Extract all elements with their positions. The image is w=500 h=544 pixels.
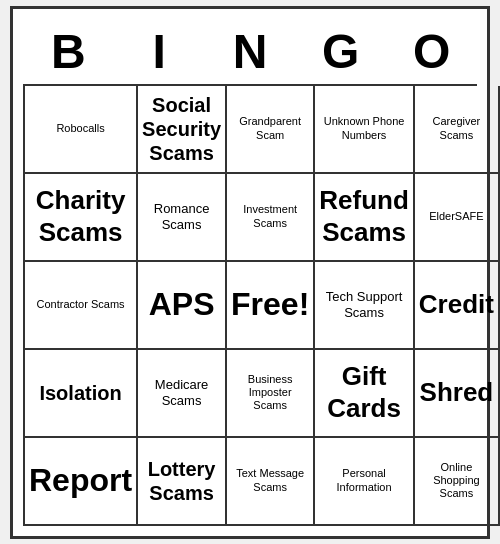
bingo-cell-1[interactable]: Social Security Scams bbox=[138, 86, 227, 174]
bingo-cell-20[interactable]: Report bbox=[25, 438, 138, 526]
bingo-cell-13[interactable]: Tech Support Scams bbox=[315, 262, 415, 350]
bingo-cell-text-7: Investment Scams bbox=[231, 203, 309, 229]
bingo-cell-text-14: Credit bbox=[419, 289, 494, 320]
bingo-cell-9[interactable]: ElderSAFE bbox=[415, 174, 500, 262]
bingo-cell-23[interactable]: Personal Information bbox=[315, 438, 415, 526]
bingo-cell-text-0: Robocalls bbox=[56, 122, 104, 135]
bingo-cell-5[interactable]: Charity Scams bbox=[25, 174, 138, 262]
bingo-cell-22[interactable]: Text Message Scams bbox=[227, 438, 315, 526]
bingo-cell-text-9: ElderSAFE bbox=[429, 210, 483, 223]
bingo-cell-text-4: Caregiver Scams bbox=[419, 115, 494, 141]
bingo-card: BINGO RobocallsSocial Security ScamsGran… bbox=[10, 6, 490, 539]
bingo-cell-text-24: Online Shopping Scams bbox=[419, 461, 494, 501]
bingo-cell-text-15: Isolation bbox=[39, 381, 121, 405]
bingo-cell-10[interactable]: Contractor Scams bbox=[25, 262, 138, 350]
bingo-cell-text-23: Personal Information bbox=[319, 467, 409, 493]
bingo-letter-g: G bbox=[295, 19, 386, 84]
bingo-cell-text-2: Grandparent Scam bbox=[231, 115, 309, 141]
bingo-cell-text-22: Text Message Scams bbox=[231, 467, 309, 493]
bingo-cell-text-11: APS bbox=[149, 285, 215, 323]
bingo-cell-text-19: Shred bbox=[420, 377, 494, 408]
bingo-cell-text-13: Tech Support Scams bbox=[319, 289, 409, 320]
bingo-letter-n: N bbox=[205, 19, 296, 84]
bingo-cell-21[interactable]: Lottery Scams bbox=[138, 438, 227, 526]
bingo-letter-o: O bbox=[386, 19, 477, 84]
bingo-cell-text-12: Free! bbox=[231, 285, 309, 323]
bingo-cell-text-6: Romance Scams bbox=[142, 201, 221, 232]
bingo-header: BINGO bbox=[23, 19, 477, 84]
bingo-cell-12[interactable]: Free! bbox=[227, 262, 315, 350]
bingo-cell-4[interactable]: Caregiver Scams bbox=[415, 86, 500, 174]
bingo-cell-text-18: Gift Cards bbox=[319, 361, 409, 423]
bingo-cell-text-8: Refund Scams bbox=[319, 185, 409, 247]
bingo-cell-text-16: Medicare Scams bbox=[142, 377, 221, 408]
bingo-cell-16[interactable]: Medicare Scams bbox=[138, 350, 227, 438]
bingo-cell-text-3: Unknown Phone Numbers bbox=[319, 115, 409, 141]
bingo-cell-text-17: Business Imposter Scams bbox=[231, 373, 309, 413]
bingo-cell-19[interactable]: Shred bbox=[415, 350, 500, 438]
bingo-cell-text-10: Contractor Scams bbox=[37, 298, 125, 311]
bingo-cell-8[interactable]: Refund Scams bbox=[315, 174, 415, 262]
bingo-letter-i: I bbox=[114, 19, 205, 84]
bingo-cell-15[interactable]: Isolation bbox=[25, 350, 138, 438]
bingo-cell-24[interactable]: Online Shopping Scams bbox=[415, 438, 500, 526]
bingo-cell-text-5: Charity Scams bbox=[29, 185, 132, 247]
bingo-cell-7[interactable]: Investment Scams bbox=[227, 174, 315, 262]
bingo-cell-text-1: Social Security Scams bbox=[142, 93, 221, 165]
bingo-cell-11[interactable]: APS bbox=[138, 262, 227, 350]
bingo-cell-text-20: Report bbox=[29, 461, 132, 499]
bingo-cell-6[interactable]: Romance Scams bbox=[138, 174, 227, 262]
bingo-cell-14[interactable]: Credit bbox=[415, 262, 500, 350]
bingo-cell-0[interactable]: Robocalls bbox=[25, 86, 138, 174]
bingo-cell-3[interactable]: Unknown Phone Numbers bbox=[315, 86, 415, 174]
bingo-grid: RobocallsSocial Security ScamsGrandparen… bbox=[23, 84, 477, 526]
bingo-cell-17[interactable]: Business Imposter Scams bbox=[227, 350, 315, 438]
bingo-cell-2[interactable]: Grandparent Scam bbox=[227, 86, 315, 174]
bingo-letter-b: B bbox=[23, 19, 114, 84]
bingo-cell-text-21: Lottery Scams bbox=[142, 457, 221, 505]
bingo-cell-18[interactable]: Gift Cards bbox=[315, 350, 415, 438]
